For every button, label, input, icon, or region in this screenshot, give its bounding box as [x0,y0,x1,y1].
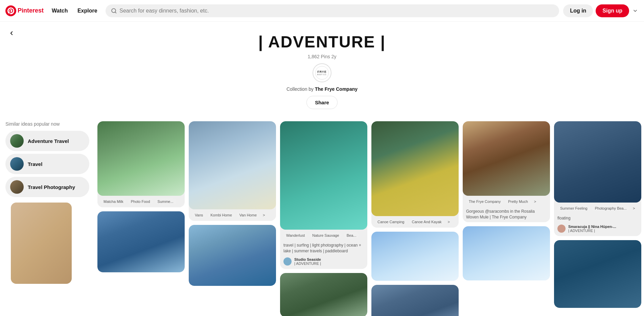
pin-tag-frye-company[interactable]: The Frye Company [466,198,503,205]
pin-card-boat[interactable]: Summer Feeling Photography Bea... > floa… [554,121,641,236]
pin-user-avatar-water [283,257,292,266]
search-input[interactable] [119,8,554,14]
pin-user-boat: Smaracuja || Nina Hüpen-... | ADVENTURE … [554,223,641,236]
pin-tag-van-home[interactable]: Van Home [237,212,259,218]
pin-card-cloud2[interactable] [463,226,550,280]
pin-card-iceberg[interactable] [189,225,276,286]
header-actions: Log in Sign up [563,4,639,17]
pins-grid: Matcha Milk Photo Food Summe... Vans Kom… [97,121,641,316]
pin-column-7: Summer Feeling Photography Bea... > floa… [554,121,641,308]
pin-tag-wanderlust[interactable]: Wanderlust [283,232,307,238]
pin-image-iceberg [189,225,276,286]
pin-tag-bea[interactable]: Bea... [344,232,359,238]
pin-tag-summe[interactable]: Summe... [155,198,176,205]
pin-image-boat [554,121,641,203]
search-bar[interactable] [106,4,559,17]
pin-card-mountain[interactable] [371,285,459,316]
pin-tag-canoe-camping[interactable]: Canoe Camping [375,219,407,225]
pin-tags-van: Vans Kombi Home Van Home > [189,209,276,221]
frye-logo-sub: BOOT CO. [317,73,327,76]
pin-image-tent [280,273,367,316]
pin-tag-canoe-kayak[interactable]: Canoe And Kayak [409,219,444,225]
pin-tag-photography-bea[interactable]: Photography Bea... [592,205,629,211]
pin-user-name-water: Studio Seaside [294,257,321,261]
pinterest-logo-icon [5,5,16,16]
pin-tag-photo-food[interactable]: Photo Food [128,198,153,205]
pin-image-canoe [371,121,459,216]
pin-tags-water: Wanderlust Nature Sauvage Bea... [280,230,367,241]
sidebar-item-travel[interactable]: Travel [5,154,89,174]
board-age: 2y [331,54,337,59]
sidebar-item-adventure-travel[interactable]: Adventure Travel [5,131,89,151]
collection-author-link[interactable]: The Frye Company [315,86,358,92]
pin-card-rock[interactable] [97,211,185,272]
pin-image-swim [554,240,641,308]
collection-by: Collection by The Frye Company [5,86,639,92]
sidebar-label-travel: Travel [28,161,42,167]
pin-card-swim[interactable] [554,240,641,308]
pin-more-canoe[interactable]: > [446,219,451,225]
sidebar-item-travel-photography[interactable]: Travel Photography [5,177,89,197]
board-avatar[interactable]: FRYE BOOT CO. [313,63,331,82]
sidebar-preview-image [11,203,72,284]
pin-user-board-water: | ADVENTURE | [294,261,321,266]
main-content: Similar ideas popular now Adventure Trav… [0,116,644,316]
pin-user-water: Studio Seaside | ADVENTURE | [280,256,367,269]
board-title: | ADVENTURE | [5,33,639,51]
pin-tags-cactus: The Frye Company Pretty Much > [463,196,550,207]
pin-column-4: Wanderlust Nature Sauvage Bea... travel … [280,121,367,316]
sidebar-label-travel-photography: Travel Photography [28,184,75,190]
pin-tag-kombi-home[interactable]: Kombi Home [208,212,235,218]
pin-image-water [280,121,367,230]
pin-column-5: Canoe Camping Canoe And Kayak > [371,121,459,316]
sidebar: Similar ideas popular now Adventure Trav… [0,121,95,316]
pin-tags-matcha: Matcha Milk Photo Food Summe... [97,196,185,207]
pin-tag-pretty-much[interactable]: Pretty Much [505,198,531,205]
pin-tag-vans[interactable]: Vans [192,212,206,218]
frye-logo: FRYE BOOT CO. [315,66,329,80]
pin-image-mountain [371,285,459,316]
search-icon [111,8,117,14]
logo-area[interactable]: Pinterest [5,5,44,16]
pin-card-van[interactable]: Vans Kombi Home Van Home > [189,121,276,221]
frye-logo-text: FRYE [317,70,327,73]
chevron-down-icon[interactable] [632,7,639,14]
pin-user-name-boat: Smaracuja || Nina Hüpen-... [568,225,616,229]
pin-tags-boat: Summer Feeling Photography Bea... > [554,203,641,214]
pin-image-matcha [97,121,185,196]
pin-card-tent[interactable] [280,273,367,316]
pin-card-water[interactable]: Wanderlust Nature Sauvage Bea... travel … [280,121,367,269]
pin-card-matcha[interactable]: Matcha Milk Photo Food Summe... [97,121,185,207]
pin-image-cactus [463,121,550,196]
pin-more-van[interactable]: > [261,212,266,218]
pin-user-board-boat: | ADVENTURE | [568,229,616,233]
share-button[interactable]: Share [306,96,338,109]
pin-card-canoe[interactable]: Canoe Camping Canoe And Kayak > [371,121,459,228]
login-button[interactable]: Log in [563,4,593,17]
pin-card-cactus[interactable]: The Frye Company Pretty Much > Gorgeous … [463,121,550,222]
travel-avatar [10,157,24,171]
pin-tags-canoe: Canoe Camping Canoe And Kayak > [371,216,459,228]
nav-watch[interactable]: Watch [48,5,72,16]
pins-count: 1,862 [308,54,320,59]
pin-column-2: Matcha Milk Photo Food Summe... [97,121,185,272]
sidebar-label-adventure-travel: Adventure Travel [28,138,69,144]
nav-explore[interactable]: Explore [73,5,101,16]
pin-description-cactus: Gorgeous @saracombs in the Rosalia Woven… [463,207,550,222]
adventure-travel-avatar [10,134,24,148]
pin-tag-nature-sauvage[interactable]: Nature Sauvage [309,232,342,238]
sidebar-similar-label: Similar ideas popular now [5,121,89,127]
pin-more-cactus[interactable]: > [533,198,537,205]
pin-more-boat[interactable]: > [631,205,636,211]
collection-prefix: Collection by [286,86,314,92]
pin-column-3: Vans Kombi Home Van Home > [189,121,276,286]
svg-line-2 [115,12,116,13]
signup-button[interactable]: Sign up [596,4,629,17]
pin-description-water: travel | surfing | light photography | o… [280,241,367,256]
pin-image-cloud2 [463,226,550,280]
pin-tag-matcha-milk[interactable]: Matcha Milk [101,198,126,205]
board-meta: 1,862 Pins 2y [5,54,639,59]
back-button[interactable] [5,27,18,39]
pin-tag-summer-feeling[interactable]: Summer Feeling [557,205,590,211]
pin-card-cloud[interactable] [371,232,459,281]
